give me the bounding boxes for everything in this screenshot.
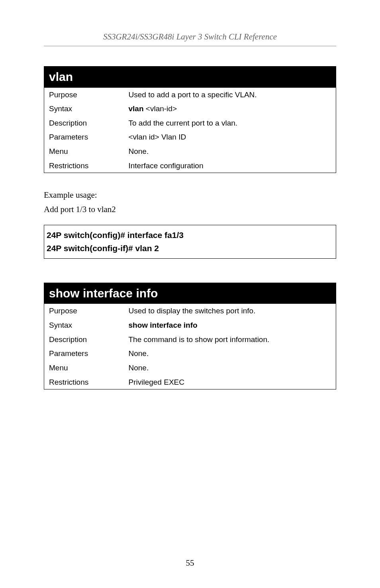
cli-example-box: 24P switch(config)# interface fa1/3 24P … [44, 225, 336, 259]
syntax-arg: <vlan-id> [144, 104, 177, 113]
row-label-menu: Menu [44, 144, 124, 159]
row-label-menu: Menu [44, 361, 124, 375]
row-value-restrictions: Privileged EXEC [124, 375, 336, 389]
table-row: Description The command is to show port … [44, 332, 336, 347]
table-row: Syntax show interface info [44, 318, 336, 332]
row-value-restrictions: Interface configuration [124, 159, 336, 173]
row-value-purpose: Used to display the switches port info. [124, 304, 336, 318]
table-row: Restrictions Interface configuration [44, 159, 336, 173]
row-value-menu: None. [124, 144, 336, 159]
table-row: Purpose Used to add a port to a specific… [44, 88, 336, 102]
row-label-parameters: Parameters [44, 130, 124, 144]
row-value-syntax: vlan <vlan-id> [124, 102, 336, 116]
row-value-description: The command is to show port information. [124, 332, 336, 347]
row-value-purpose: Used to add a port to a specific VLAN. [124, 88, 336, 102]
table-row: Purpose Used to display the switches por… [44, 304, 336, 318]
syntax-keyword: vlan [129, 104, 144, 113]
header-rule [44, 46, 336, 46]
row-value-syntax: show interface info [124, 318, 336, 332]
example-usage-text: Example usage: Add port 1/3 to vlan2 [44, 188, 336, 216]
table-title: show interface info [44, 283, 336, 304]
table-row: Menu None. [44, 361, 336, 375]
row-value-parameters: <vlan id> Vlan ID [124, 130, 336, 144]
row-label-restrictions: Restrictions [44, 159, 124, 173]
example-line1: Example usage: [44, 188, 336, 203]
syntax-keyword: show interface info [129, 321, 198, 329]
row-value-description: To add the current port to a vlan. [124, 116, 336, 130]
table-title-row: vlan [44, 67, 336, 88]
table-row: Parameters None. [44, 346, 336, 361]
table-row: Description To add the current port to a… [44, 116, 336, 130]
table-row: Syntax vlan <vlan-id> [44, 102, 336, 116]
show-interface-info-table: show interface info Purpose Used to disp… [44, 283, 336, 389]
row-label-description: Description [44, 116, 124, 130]
table-title: vlan [44, 67, 336, 88]
row-label-purpose: Purpose [44, 304, 124, 318]
table-row: Menu None. [44, 144, 336, 159]
page-number: 55 [0, 558, 380, 568]
row-label-parameters: Parameters [44, 346, 124, 361]
row-value-parameters: None. [124, 346, 336, 361]
vlan-command-table: vlan Purpose Used to add a port to a spe… [44, 66, 336, 173]
row-label-syntax: Syntax [44, 318, 124, 332]
table-title-row: show interface info [44, 283, 336, 304]
row-label-syntax: Syntax [44, 102, 124, 116]
page-header: SS3GR24i/SS3GR48i Layer 3 Switch CLI Ref… [44, 32, 336, 42]
example-line2: Add port 1/3 to vlan2 [44, 203, 336, 217]
row-label-purpose: Purpose [44, 88, 124, 102]
row-label-description: Description [44, 332, 124, 347]
header-title: SS3GR24i/SS3GR48i Layer 3 Switch CLI Ref… [103, 32, 277, 41]
row-value-menu: None. [124, 361, 336, 375]
table-row: Parameters <vlan id> Vlan ID [44, 130, 336, 144]
table-row: Restrictions Privileged EXEC [44, 375, 336, 389]
cli-line2: 24P switch(config-if)# vlan 2 [47, 242, 333, 255]
row-label-restrictions: Restrictions [44, 375, 124, 389]
cli-line1: 24P switch(config)# interface fa1/3 [47, 228, 333, 242]
